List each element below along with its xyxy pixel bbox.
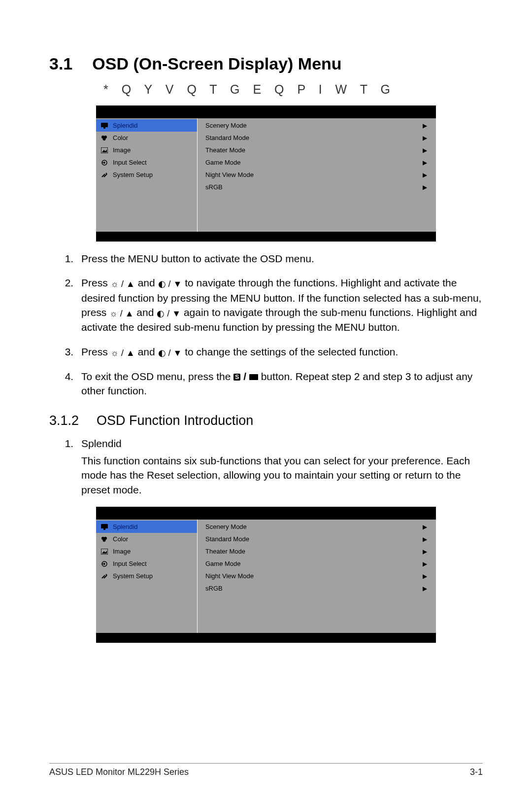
- svg-rect-0: [101, 123, 108, 127]
- svg-rect-1: [103, 127, 105, 129]
- osd-left-item-splendid[interactable]: Splendid: [96, 119, 197, 132]
- osd-right-item[interactable]: Theater Mode▶: [198, 144, 436, 156]
- image-icon: [101, 147, 109, 153]
- osd-body: Splendid Color Image Input Select System…: [96, 520, 436, 633]
- section-num: 3.1: [49, 54, 72, 73]
- osd-right-label: sRGB: [205, 183, 223, 191]
- osd-right-label: Theater Mode: [205, 548, 245, 555]
- osd-left-label: System Setup: [113, 171, 153, 178]
- osd-menu: Splendid Color Image: [96, 105, 436, 242]
- svg-rect-8: [101, 524, 108, 528]
- chevron-right-icon: ▶: [423, 172, 427, 178]
- osd-right-label: Night View Mode: [205, 572, 254, 580]
- slash-text: /: [243, 371, 246, 382]
- osd-left-label: Splendid: [113, 122, 138, 129]
- input-icon: [101, 160, 109, 166]
- osd-right-item[interactable]: Game Mode▶: [198, 156, 436, 169]
- section-heading: 3.1OSD (On-Screen Display) Menu: [49, 54, 483, 73]
- step-text: Press: [81, 346, 111, 357]
- osd-right-item[interactable]: Theater Mode▶: [198, 545, 436, 558]
- osd-right-item[interactable]: sRGB▶: [198, 582, 436, 594]
- function-desc: This function contains six sub-functions…: [81, 453, 483, 497]
- function-list: Splendid This function contains six sub-…: [49, 436, 483, 497]
- footer-divider: [49, 763, 483, 764]
- osd-left-item-input[interactable]: Input Select: [96, 156, 197, 169]
- osd-right-label: Theater Mode: [205, 146, 245, 154]
- osd-left-item-system[interactable]: System Setup: [96, 570, 197, 582]
- osd-left-item-color[interactable]: Color: [96, 132, 197, 144]
- chevron-right-icon: ▶: [423, 548, 427, 555]
- osd-left-item-color[interactable]: Color: [96, 533, 197, 545]
- function-item: Splendid This function contains six sub-…: [76, 436, 483, 497]
- function-title: Splendid: [81, 438, 122, 449]
- svg-point-12: [103, 539, 106, 542]
- osd-right-item[interactable]: Scenery Mode▶: [198, 119, 436, 132]
- manual-page: 3.1OSD (On-Screen Display) Menu * Q Y V …: [0, 0, 532, 802]
- osd-left-item-splendid[interactable]: Splendid: [96, 521, 197, 533]
- auto-button-icon: [249, 374, 258, 380]
- contrast-down-icon: ◐ / ▼: [158, 348, 182, 358]
- step-text: Press the MENU button to activate the OS…: [81, 253, 314, 264]
- osd-right-label: Night View Mode: [205, 171, 254, 178]
- osd-left-label: Input Select: [113, 159, 147, 166]
- osd-left-label: Image: [113, 146, 131, 154]
- chevron-right-icon: ▶: [423, 560, 427, 567]
- osd-left-label: Color: [113, 134, 128, 141]
- osd-right-item[interactable]: Night View Mode▶: [198, 570, 436, 582]
- osd-left-item-image[interactable]: Image: [96, 144, 197, 156]
- osd-right-panel: Scenery Mode▶ Standard Mode▶ Theater Mod…: [197, 118, 436, 232]
- svg-rect-9: [103, 528, 105, 530]
- chevron-right-icon: ▶: [423, 135, 427, 141]
- brightness-up-icon: ☼ / ▲: [109, 309, 133, 318]
- osd-left-item-input[interactable]: Input Select: [96, 558, 197, 570]
- section-title: OSD (On-Screen Display) Menu: [92, 54, 341, 73]
- osd-left-label: Input Select: [113, 560, 147, 567]
- chevron-right-icon: ▶: [423, 159, 427, 166]
- osd-right-item[interactable]: Scenery Mode▶: [198, 521, 436, 533]
- osd-left-panel: Splendid Color Image Input Select System…: [96, 520, 197, 633]
- subsection-title: OSD Function Introduction: [97, 413, 253, 428]
- palette-icon: [101, 135, 109, 141]
- osd-right-label: Game Mode: [205, 560, 241, 567]
- osd-right-label: Scenery Mode: [205, 523, 247, 530]
- osd-right-label: Standard Mode: [205, 134, 249, 141]
- osd-right-label: Game Mode: [205, 159, 241, 166]
- chevron-right-icon: ▶: [423, 523, 427, 530]
- osd-right-item[interactable]: sRGB▶: [198, 181, 436, 193]
- step-text: To exit the OSD menu, press the: [81, 371, 233, 382]
- osd-left-label: Color: [113, 535, 128, 543]
- brightness-up-icon: ☼ / ▲: [111, 279, 135, 289]
- tools-icon: [101, 172, 109, 178]
- step-item: To exit the OSD menu, press the S / butt…: [76, 369, 483, 398]
- chevron-right-icon: ▶: [423, 573, 427, 580]
- osd-left-label: Image: [113, 548, 131, 555]
- chevron-right-icon: ▶: [423, 147, 427, 154]
- chevron-right-icon: ▶: [423, 585, 427, 592]
- contrast-down-icon: ◐ / ▼: [158, 279, 182, 289]
- step-text: Press: [81, 277, 111, 288]
- osd-titlebar: [96, 105, 436, 118]
- footer-left: ASUS LED Monitor ML229H Series: [49, 767, 189, 777]
- osd-right-item[interactable]: Standard Mode▶: [198, 533, 436, 545]
- chevron-right-icon: ▶: [423, 184, 427, 191]
- osd-right-label: Standard Mode: [205, 535, 249, 543]
- palette-icon: [101, 536, 109, 542]
- subheading: * Q Y V Q T G E Q P I W T G: [103, 82, 483, 97]
- osd-left-label: System Setup: [113, 572, 153, 580]
- osd-footer-bar: [96, 633, 436, 643]
- osd-left-item-image[interactable]: Image: [96, 545, 197, 558]
- step-item: Press the MENU button to activate the OS…: [76, 251, 483, 266]
- step-text: and: [135, 277, 158, 288]
- subsection-heading: 3.1.2OSD Function Introduction: [49, 413, 483, 428]
- osd-left-item-system[interactable]: System Setup: [96, 169, 197, 181]
- osd-right-item[interactable]: Game Mode▶: [198, 558, 436, 570]
- osd-right-item[interactable]: Standard Mode▶: [198, 132, 436, 144]
- osd-body: Splendid Color Image: [96, 118, 436, 232]
- tools-icon: [101, 573, 109, 579]
- svg-point-4: [103, 138, 106, 140]
- monitor-icon: [101, 123, 109, 129]
- osd-right-item[interactable]: Night View Mode▶: [198, 169, 436, 181]
- svg-marker-6: [102, 149, 107, 152]
- monitor-icon: [101, 524, 109, 530]
- step-text: and: [134, 307, 157, 318]
